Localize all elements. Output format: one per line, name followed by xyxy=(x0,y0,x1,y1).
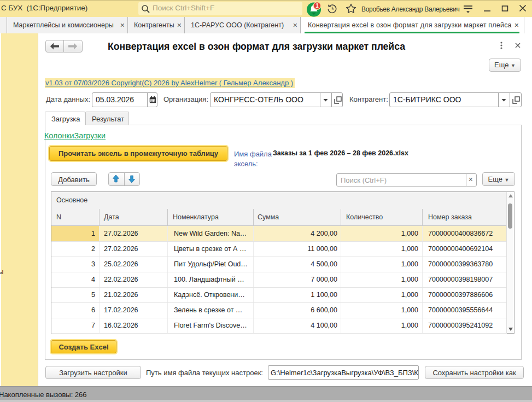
svg-text:1: 1 xyxy=(315,3,319,9)
